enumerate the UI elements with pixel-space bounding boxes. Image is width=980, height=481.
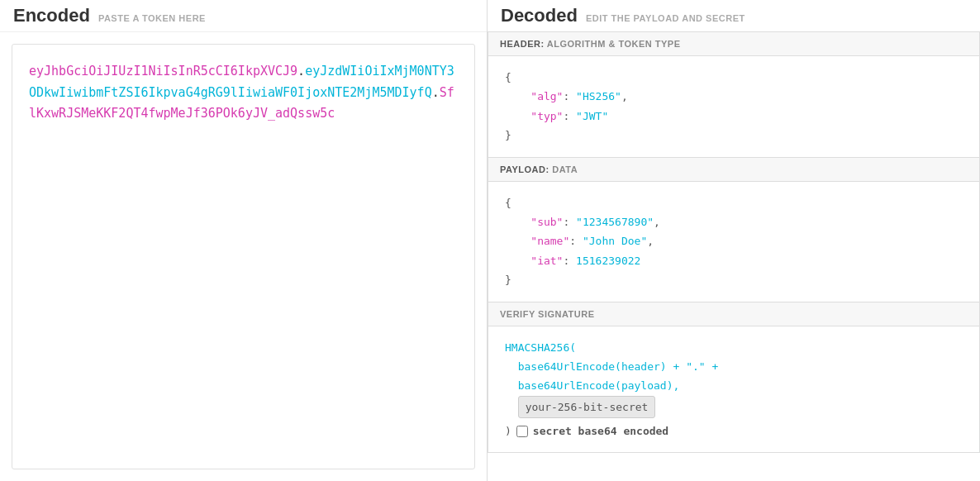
verify-secret-input[interactable]: your-256-bit-secret xyxy=(518,396,656,418)
header-close-brace: } xyxy=(505,129,511,141)
encoded-panel: Encoded PASTE A TOKEN HERE eyJhbGciOiJIU… xyxy=(0,0,488,481)
encoded-header: Encoded PASTE A TOKEN HERE xyxy=(0,0,487,32)
token-dot1: . xyxy=(297,64,305,79)
verify-body: HMACSHA256( base64UrlEncode(header) + ".… xyxy=(488,326,979,453)
header-json-body[interactable]: { "alg": "HS256", "typ": "JWT" } xyxy=(488,56,979,157)
payload-sub-val: "1234567890" xyxy=(576,216,654,228)
header-typ-val: "JWT" xyxy=(576,110,608,122)
header-section-header: HEADER: ALGORITHM & TOKEN TYPE xyxy=(488,32,979,56)
payload-name-val: "John Doe" xyxy=(583,235,647,247)
base64-checkbox[interactable] xyxy=(516,426,528,437)
verify-section: VERIFY SIGNATURE HMACSHA256( base64UrlEn… xyxy=(488,302,980,454)
verify-line2: base64UrlEncode(payload), xyxy=(518,379,680,392)
header-alg-key: "alg" xyxy=(530,90,563,102)
payload-open-brace: { xyxy=(505,197,511,209)
token-dot2: . xyxy=(432,85,440,100)
encoded-subtitle: PASTE A TOKEN HERE xyxy=(98,13,206,23)
verify-func: HMACSHA256( xyxy=(505,341,576,354)
base64-checkbox-label: secret base64 encoded xyxy=(533,421,668,441)
header-sublabel: ALGORITHM & TOKEN TYPE xyxy=(547,39,681,49)
encoded-title: Encoded xyxy=(13,5,90,26)
decoded-subtitle: EDIT THE PAYLOAD AND SECRET xyxy=(586,13,745,23)
payload-json-body[interactable]: { "sub": "1234567890", "name": "John Doe… xyxy=(488,182,979,302)
payload-name-key: "name" xyxy=(530,235,569,247)
header-label: HEADER: xyxy=(500,39,545,49)
payload-sublabel: DATA xyxy=(552,164,578,174)
header-section: HEADER: ALGORITHM & TOKEN TYPE { "alg": … xyxy=(488,31,980,158)
verify-close-paren: ) xyxy=(505,421,511,441)
decoded-panel: Decoded EDIT THE PAYLOAD AND SECRET HEAD… xyxy=(488,0,980,481)
payload-section: PAYLOAD: DATA { "sub": "1234567890", "na… xyxy=(488,158,980,302)
payload-close-brace: } xyxy=(505,274,511,286)
token-part1: eyJhbGciOiJIUzI1NiIsInR5cCI6IkpXVCJ9 xyxy=(29,64,297,79)
header-typ-key: "typ" xyxy=(530,110,563,122)
verify-line1: base64UrlEncode(header) + "." + xyxy=(518,360,719,373)
decoded-header: Decoded EDIT THE PAYLOAD AND SECRET xyxy=(488,0,980,31)
payload-iat-val: 1516239022 xyxy=(576,255,640,267)
payload-sub-key: "sub" xyxy=(530,216,563,228)
verify-header: VERIFY SIGNATURE xyxy=(488,302,979,326)
header-open-brace: { xyxy=(505,71,511,83)
encoded-token[interactable]: eyJhbGciOiJIUzI1NiIsInR5cCI6IkpXVCJ9.eyJ… xyxy=(12,44,475,469)
decoded-title: Decoded xyxy=(501,5,578,26)
payload-label: PAYLOAD: xyxy=(500,164,549,174)
payload-iat-key: "iat" xyxy=(530,255,563,267)
payload-section-header: PAYLOAD: DATA xyxy=(488,158,979,182)
header-alg-val: "HS256" xyxy=(576,90,621,102)
verify-label: VERIFY SIGNATURE xyxy=(500,309,595,319)
verify-footer: ) secret base64 encoded xyxy=(505,421,963,441)
